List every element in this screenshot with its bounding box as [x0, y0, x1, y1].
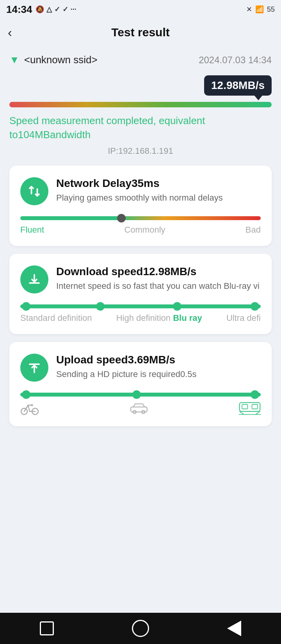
- x-icon: ✕: [246, 5, 252, 14]
- check-icon: ✓: [54, 5, 60, 14]
- network-info-row: ▼ <unknown ssid> 2024.07.03 14:34: [9, 54, 272, 66]
- ip-address: IP:192.168.1.191: [9, 146, 272, 156]
- download-dot2: [96, 302, 105, 311]
- download-label-ultra: Ultra defi: [226, 313, 261, 323]
- delay-title: Network Delay35ms: [56, 177, 223, 190]
- speed-bar: [9, 102, 272, 107]
- network-left: ▼ <unknown ssid>: [9, 54, 98, 66]
- download-label-sd: Standard definition: [20, 313, 92, 323]
- download-dot3: [173, 302, 181, 311]
- download-title: Download speed12.98MB/s: [56, 265, 260, 278]
- upload-slider-wrap: [20, 393, 261, 397]
- download-card-text: Download speed12.98MB/s Internet speed i…: [56, 265, 260, 292]
- time-text: 14:34: [6, 4, 32, 16]
- download-dot1: [22, 302, 30, 311]
- delay-slider-labels: Fluent Commonly Bad: [20, 225, 261, 235]
- svg-rect-7: [242, 404, 247, 409]
- upload-card-header: Upload speed3.69MB/s Sending a HD pictur…: [20, 354, 261, 382]
- delay-label-fluent: Fluent: [20, 225, 44, 235]
- arrows-icon: [27, 184, 41, 198]
- upload-icon-car: [130, 401, 148, 415]
- delay-icon: [20, 177, 48, 205]
- upload-icon-bicycle: [20, 401, 39, 415]
- download-icon: [27, 272, 41, 286]
- train-icon: [239, 401, 261, 415]
- wifi-icon: ▼: [9, 54, 20, 66]
- page-title: Test result: [111, 26, 170, 39]
- upload-desc: Sending a HD picture is required0.5s: [56, 368, 197, 381]
- upload-icon-circle: [20, 354, 48, 382]
- delay-slider-track: [20, 216, 261, 220]
- upload-icon: [27, 361, 41, 375]
- svg-rect-6: [240, 402, 260, 411]
- svg-line-10: [256, 411, 260, 415]
- download-card: Download speed12.98MB/s Internet speed i…: [9, 254, 272, 334]
- svg-rect-8: [252, 404, 258, 409]
- delay-slider-thumb: [117, 214, 126, 222]
- upload-title: Upload speed3.69MB/s: [56, 354, 197, 366]
- upload-card-text: Upload speed3.69MB/s Sending a HD pictur…: [56, 354, 197, 381]
- speed-description: Speed measurement completed, equivalent …: [9, 114, 272, 142]
- svg-line-9: [240, 411, 244, 415]
- upload-dot1: [22, 390, 30, 399]
- upload-dot3: [251, 390, 259, 399]
- download-dot4: [251, 302, 259, 311]
- datetime-text: 2024.07.03 14:34: [199, 55, 272, 66]
- ssid-text: <unknown ssid>: [24, 54, 98, 66]
- nav-recents-button[interactable]: [37, 618, 57, 639]
- check2-icon: ✓: [62, 5, 68, 14]
- main-content: ▼ <unknown ssid> 2024.07.03 14:34 12.98M…: [0, 46, 281, 481]
- download-slider-labels: Standard definition High definition Blu …: [20, 313, 261, 323]
- delay-desc: Playing games smoothly with normal delay…: [56, 192, 223, 204]
- nav-home-button[interactable]: [130, 618, 151, 639]
- svg-point-2: [31, 404, 33, 406]
- delay-card: Network Delay35ms Playing games smoothly…: [9, 165, 272, 246]
- download-label-hd: High definition Blu ray: [116, 313, 202, 323]
- delay-label-commonly: Commonly: [124, 225, 165, 235]
- speed-desc-line2: to104MBandwidth: [9, 128, 272, 142]
- upload-icons-row: [20, 401, 261, 415]
- back-icon: [227, 621, 241, 636]
- upload-card: Upload speed3.69MB/s Sending a HD pictur…: [9, 342, 272, 426]
- mute-icon: 🔕: [36, 5, 44, 14]
- download-slider-track: [20, 304, 261, 308]
- nav-back-button[interactable]: [224, 618, 244, 639]
- wifi-signal-icon: 📶: [255, 5, 264, 14]
- download-desc: Internet speed is so fast that you can w…: [56, 280, 260, 292]
- recents-icon: [40, 621, 54, 635]
- top-bar: ‹ Test result: [0, 19, 281, 46]
- home-icon: [132, 620, 149, 637]
- speed-bar-wrap: [9, 102, 272, 107]
- download-card-header: Download speed12.98MB/s Internet speed i…: [20, 265, 261, 294]
- download-slider-wrap: [20, 304, 261, 308]
- speed-value: 12.98MB/s: [211, 79, 265, 91]
- status-icons: 🔕 △ ✓ ✓ ···: [36, 5, 76, 14]
- bicycle-icon: [20, 401, 39, 415]
- delay-label-bad: Bad: [245, 225, 261, 235]
- back-button[interactable]: ‹: [8, 25, 12, 40]
- battery-level: 55: [267, 5, 275, 14]
- blu-ray-label: Blu ray: [173, 313, 202, 323]
- status-right: ✕ 📶 55: [246, 5, 275, 14]
- status-bar: 14:34 🔕 △ ✓ ✓ ··· ✕ 📶 55: [0, 0, 281, 19]
- delay-card-text: Network Delay35ms Playing games smoothly…: [56, 177, 223, 204]
- download-icon-circle: [20, 265, 48, 294]
- delay-card-header: Network Delay35ms Playing games smoothly…: [20, 177, 261, 205]
- upload-dot2: [132, 390, 141, 399]
- upload-slider-track: [20, 393, 261, 397]
- speed-desc-line1: Speed measurement completed, equivalent: [9, 114, 272, 128]
- bottom-nav: [0, 613, 281, 644]
- speed-tooltip-wrap: 12.98MB/s: [9, 75, 272, 99]
- drive-icon: △: [46, 5, 52, 14]
- speed-tooltip: 12.98MB/s: [204, 75, 272, 96]
- more-icon: ···: [71, 5, 76, 14]
- status-time: 14:34 🔕 △ ✓ ✓ ···: [6, 4, 76, 16]
- upload-icon-train: [239, 401, 261, 415]
- car-icon: [130, 401, 148, 415]
